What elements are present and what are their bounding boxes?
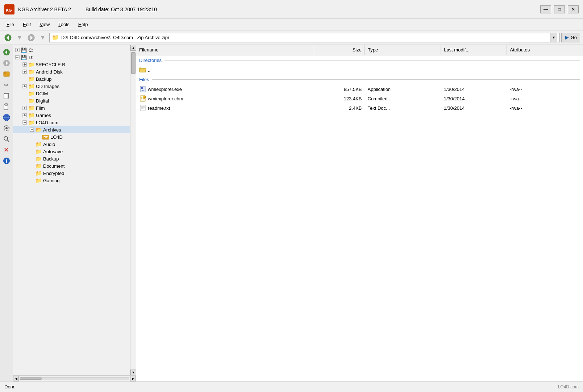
close-button[interactable]: ✕: [568, 5, 579, 13]
side-icon-cut[interactable]: ✂: [1, 80, 12, 90]
side-icon-forward[interactable]: [1, 58, 12, 68]
col-modified[interactable]: Last modif...: [441, 45, 507, 55]
hscroll-left[interactable]: ◀: [13, 376, 19, 381]
back-button[interactable]: [3, 33, 13, 42]
zip-icon-lo4d: ZIP: [42, 134, 49, 140]
tree-item-documents[interactable]: 📁 Document: [13, 162, 130, 170]
hscroll-track[interactable]: [20, 377, 129, 380]
side-icon-back[interactable]: [1, 47, 12, 57]
side-icon-open[interactable]: [1, 69, 12, 79]
side-icon-copy[interactable]: [1, 91, 12, 101]
expander-recycle[interactable]: [22, 62, 28, 67]
directories-header-row: Directories: [136, 55, 583, 65]
expander-android[interactable]: [22, 69, 28, 75]
side-icon-delete[interactable]: ✕: [1, 145, 12, 155]
tree-item-autosave[interactable]: 📁 Autosave: [13, 148, 130, 155]
tree-item-encrypted[interactable]: 📁 Encrypted: [13, 170, 130, 177]
tree-item-lo4d-zip[interactable]: ZIP LO4D: [13, 133, 130, 141]
maximize-button[interactable]: □: [554, 5, 565, 13]
expander-archives[interactable]: [29, 127, 35, 133]
tree-panel: 💾 C: 💾 D: 📁 $RECYCLE.: [13, 45, 130, 375]
menu-tools[interactable]: Tools: [55, 21, 73, 28]
tree-item-archives[interactable]: 📂 Archives: [13, 126, 130, 133]
tree-item-backup2[interactable]: 📁 Backup: [13, 155, 130, 162]
title-bar: KG KGB Archiver 2 BETA 2 Build date: Oct…: [0, 0, 583, 19]
hscroll-right[interactable]: ▶: [130, 376, 136, 381]
tree-item-audio[interactable]: 📁 Audio: [13, 141, 130, 148]
tree-container: 💾 C: 💾 D: 📁 $RECYCLE.: [13, 45, 136, 381]
dir-row-parent[interactable]: ..: [136, 65, 583, 75]
tree-item-gaming[interactable]: 📁 Gaming: [13, 177, 130, 184]
vscroll-thumb[interactable]: [131, 52, 136, 74]
expander-cdimages[interactable]: [22, 83, 28, 89]
tree-label-recycle: $RECYCLE.B: [36, 62, 65, 67]
files-header-row: Files: [136, 75, 583, 84]
tree-item-lo4d[interactable]: 📁 LO4D.com: [13, 119, 130, 126]
vscroll-up[interactable]: ▲: [130, 45, 136, 51]
tree-vscrollbar[interactable]: ▲ ▼: [130, 45, 136, 375]
tree-label-lo4d-zip: LO4D: [50, 134, 63, 140]
col-type[interactable]: Type: [365, 45, 441, 55]
expander-c[interactable]: [14, 47, 20, 53]
expander-audio: [29, 141, 35, 147]
tree-item-recycle[interactable]: 📁 $RECYCLE.B: [13, 61, 130, 68]
folder-open-icon: [139, 67, 146, 73]
tree-item-dcim[interactable]: 📁 DCIM: [13, 90, 130, 97]
tree-item-film[interactable]: 📁 Film: [13, 104, 130, 112]
expander-documents: [29, 163, 35, 169]
forward-button[interactable]: [26, 33, 36, 42]
folder-icon-documents: 📁: [35, 163, 42, 169]
tree-item-c[interactable]: 💾 C:: [13, 46, 130, 54]
dir-parent-type: [365, 65, 441, 75]
tree-item-cdimages[interactable]: 📁 CD Images: [13, 83, 130, 90]
expander-games[interactable]: [22, 112, 28, 118]
address-input[interactable]: [61, 35, 550, 40]
tree-item-backup[interactable]: 📁 Backup: [13, 75, 130, 83]
expander-film[interactable]: [22, 105, 28, 111]
expander-lo4d[interactable]: [22, 120, 28, 125]
svg-rect-52: [141, 87, 143, 89]
tree-item-digital[interactable]: 📁 Digital: [13, 97, 130, 104]
side-icon-search[interactable]: [1, 134, 12, 144]
address-bar: 📁 ▼: [49, 33, 560, 42]
expander-d[interactable]: [14, 54, 20, 60]
col-filename[interactable]: Filename: [136, 45, 314, 55]
address-dropdown[interactable]: ▼: [550, 33, 557, 42]
file-row-txt[interactable]: readme.txt 2.4KB Text Doc... 1/30/2014 -…: [136, 103, 583, 113]
tree-item-android[interactable]: 📁 Android Disk: [13, 68, 130, 75]
svg-text:?: ?: [141, 97, 142, 100]
file-name-chm: ?? wmiexplorer.chm: [136, 94, 314, 103]
tree-label-film: Film: [36, 105, 45, 111]
col-size[interactable]: Size: [314, 45, 365, 55]
menu-file[interactable]: File: [3, 21, 18, 28]
col-attributes[interactable]: Attributes: [507, 45, 583, 55]
tree-item-games[interactable]: 📁 Games: [13, 112, 130, 119]
expander-backup2: [29, 156, 35, 162]
dir-parent-modified: [441, 65, 507, 75]
side-icon-paste[interactable]: [1, 101, 12, 112]
menu-view[interactable]: View: [36, 21, 53, 28]
side-icon-info[interactable]: i: [1, 156, 12, 166]
filesize-chm: 123.4KB: [314, 94, 365, 103]
menu-help[interactable]: Help: [75, 21, 92, 28]
go-button[interactable]: Go: [561, 33, 580, 42]
folder-icon-backup: 📁: [28, 76, 35, 82]
vscroll-down[interactable]: ▼: [130, 370, 136, 375]
tree-hscrollbar[interactable]: ◀ ▶: [13, 375, 136, 381]
dropdown-forward[interactable]: ▼: [38, 33, 48, 42]
minimize-button[interactable]: —: [540, 5, 551, 13]
filetype-exe: Application: [365, 84, 441, 94]
hscroll-thumb[interactable]: [20, 378, 42, 380]
side-icon-gear[interactable]: [1, 123, 12, 133]
side-icon-globe[interactable]: [1, 112, 12, 122]
menu-edit[interactable]: Edit: [19, 21, 34, 28]
vscroll-track[interactable]: [130, 51, 136, 370]
svg-rect-15: [4, 94, 8, 99]
dropdown-back[interactable]: ▼: [14, 33, 25, 42]
file-row-chm[interactable]: ?? wmiexplorer.chm 123.4KB Compiled ... …: [136, 94, 583, 103]
tree-item-d[interactable]: 💾 D:: [13, 54, 130, 61]
svg-rect-12: [4, 72, 6, 74]
file-row-exe[interactable]: EXE wmiexplorer.exe 857.5KB Application …: [136, 84, 583, 94]
app-title: KGB Archiver 2 BETA 2: [18, 7, 71, 12]
files-label: Files: [139, 77, 149, 82]
